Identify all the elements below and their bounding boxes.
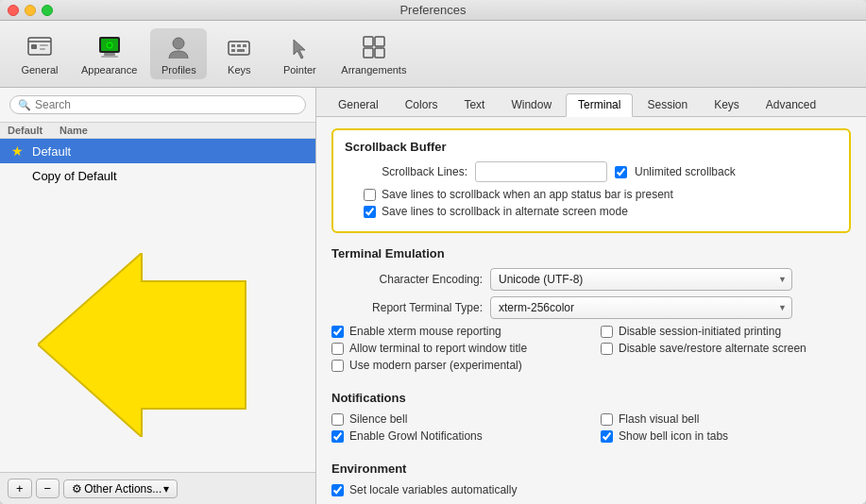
toolbar-general-label: General (21, 64, 58, 76)
header-default: Default (8, 125, 59, 136)
sidebar-footer: + − ⚙ Other Actions... ▾ (0, 472, 315, 504)
svg-rect-12 (231, 44, 235, 47)
search-wrapper[interactable]: 🔍 (9, 95, 306, 114)
character-encoding-select[interactable]: Unicode (UTF-8) (490, 268, 792, 291)
modern-parser-row: Use modern parser (experimental) (331, 359, 582, 372)
enable-xterm-row: Enable xterm mouse reporting (331, 325, 582, 338)
svg-rect-15 (231, 49, 235, 52)
report-terminal-wrapper: xterm-256color (490, 296, 792, 319)
svg-rect-2 (31, 44, 37, 49)
pointer-icon (284, 32, 314, 62)
svg-rect-19 (364, 48, 373, 58)
scrollback-lines-input[interactable] (475, 161, 607, 182)
terminal-checkboxes: Enable xterm mouse reporting Allow termi… (331, 325, 851, 376)
allow-terminal-window-checkbox[interactable] (331, 343, 344, 355)
unlimited-scrollback-checkbox[interactable] (615, 166, 627, 178)
profile-item-copy[interactable]: ★ Copy of Default (0, 163, 315, 188)
notification-checkboxes-left: Silence bell Enable Growl Notifications (331, 412, 582, 446)
scrollback-buffer-title: Scrollback Buffer (345, 140, 838, 154)
tab-bar: General Colors Text Window Terminal Sess… (316, 88, 866, 117)
modern-parser-label: Use modern parser (experimental) (349, 359, 522, 372)
tab-terminal[interactable]: Terminal (566, 93, 633, 117)
toolbar-general[interactable]: General (11, 28, 68, 79)
profile-list: ★ Default ★ Copy of Default (0, 139, 315, 472)
svg-rect-4 (40, 48, 45, 50)
minimize-button[interactable] (25, 5, 36, 16)
svg-rect-13 (237, 44, 241, 47)
toolbar-appearance[interactable]: Appearance (72, 28, 146, 79)
header-name: Name (59, 125, 88, 136)
terminal-checkboxes-left: Enable xterm mouse reporting Allow termi… (331, 325, 582, 376)
scrollback-lines-label: Scrollback Lines: (345, 165, 467, 178)
terminal-emulation-title: Terminal Emulation (331, 246, 851, 260)
notification-checkboxes: Silence bell Enable Growl Notifications … (331, 412, 851, 446)
set-locale-label: Set locale variables automatically (349, 483, 517, 496)
tab-general[interactable]: General (326, 93, 391, 117)
report-terminal-label: Report Terminal Type: (331, 301, 483, 314)
svg-rect-16 (237, 49, 245, 52)
toolbar-profiles-label: Profiles (161, 64, 196, 76)
svg-rect-7 (104, 53, 115, 56)
flash-visual-row: Flash visual bell (601, 412, 851, 426)
svg-rect-8 (101, 56, 118, 58)
notifications-title: Notifications (331, 391, 851, 405)
svg-rect-18 (375, 37, 384, 46)
disable-save-restore-checkbox[interactable] (601, 343, 613, 355)
panel-content: Scrollback Buffer Scrollback Lines: Unli… (316, 117, 866, 504)
disable-session-printing-checkbox[interactable] (601, 326, 613, 338)
preferences-window: Preferences General (0, 0, 866, 504)
svg-point-10 (173, 38, 184, 49)
tab-advanced[interactable]: Advanced (754, 93, 828, 117)
svg-rect-11 (229, 42, 249, 55)
tab-window[interactable]: Window (499, 93, 564, 117)
tab-session[interactable]: Session (635, 93, 700, 117)
enable-xterm-checkbox[interactable] (331, 326, 344, 338)
character-encoding-label: Character Encoding: (331, 273, 483, 286)
close-button[interactable] (8, 5, 19, 16)
notifications-section: Notifications Silence bell Enable Growl … (331, 391, 851, 446)
add-profile-button[interactable]: + (8, 479, 32, 498)
show-bell-icon-checkbox[interactable] (601, 430, 613, 443)
modern-parser-checkbox[interactable] (331, 360, 344, 372)
appearance-icon (94, 32, 125, 62)
save-lines-statusbar-row: Save lines to scrollback when an app sta… (345, 188, 838, 201)
save-lines-statusbar-checkbox[interactable] (364, 189, 376, 201)
scrollback-buffer-section: Scrollback Buffer Scrollback Lines: Unli… (331, 128, 851, 233)
profile-item-default[interactable]: ★ Default (0, 139, 315, 163)
toolbar-profiles[interactable]: Profiles (150, 28, 207, 79)
profiles-icon (163, 32, 194, 62)
save-lines-alternate-row: Save lines to scrollback in alternate sc… (345, 205, 838, 218)
toolbar-pointer[interactable]: Pointer (271, 28, 328, 79)
flash-visual-bell-checkbox[interactable] (601, 413, 613, 426)
tab-keys[interactable]: Keys (702, 93, 752, 117)
other-actions-chevron: ▾ (163, 482, 169, 496)
sidebar: 🔍 Default Name ★ Default ★ Copy of Defau… (0, 88, 316, 504)
maximize-button[interactable] (42, 5, 53, 16)
set-locale-checkbox[interactable] (331, 484, 344, 496)
tab-colors[interactable]: Colors (393, 93, 450, 117)
remove-profile-button[interactable]: − (36, 479, 60, 498)
list-header: Default Name (0, 123, 315, 139)
report-terminal-select[interactable]: xterm-256color (490, 296, 792, 319)
search-icon: 🔍 (18, 99, 31, 111)
traffic-lights (8, 5, 53, 16)
allow-terminal-row: Allow terminal to report window title (331, 342, 582, 355)
star-icon-empty: ★ (8, 168, 26, 183)
toolbar-keys-label: Keys (228, 64, 250, 76)
keys-icon (224, 32, 254, 62)
set-locale-row: Set locale variables automatically (331, 483, 851, 496)
svg-rect-20 (375, 48, 384, 58)
search-input[interactable] (35, 98, 297, 111)
save-lines-alternate-checkbox[interactable] (364, 206, 376, 218)
enable-growl-checkbox[interactable] (331, 430, 344, 443)
unlimited-scrollback-label: Unlimited scrollback (635, 165, 736, 178)
silence-bell-checkbox[interactable] (331, 413, 344, 426)
other-actions-button[interactable]: ⚙ Other Actions... ▾ (63, 479, 178, 498)
silence-bell-label: Silence bell (349, 412, 407, 426)
right-panel: General Colors Text Window Terminal Sess… (316, 88, 866, 504)
disable-session-printing-row: Disable session-initiated printing (601, 325, 851, 338)
tab-text[interactable]: Text (451, 93, 497, 117)
toolbar-arrangements[interactable]: Arrangements (331, 28, 416, 79)
toolbar-keys[interactable]: Keys (211, 28, 267, 79)
titlebar: Preferences (0, 0, 866, 21)
